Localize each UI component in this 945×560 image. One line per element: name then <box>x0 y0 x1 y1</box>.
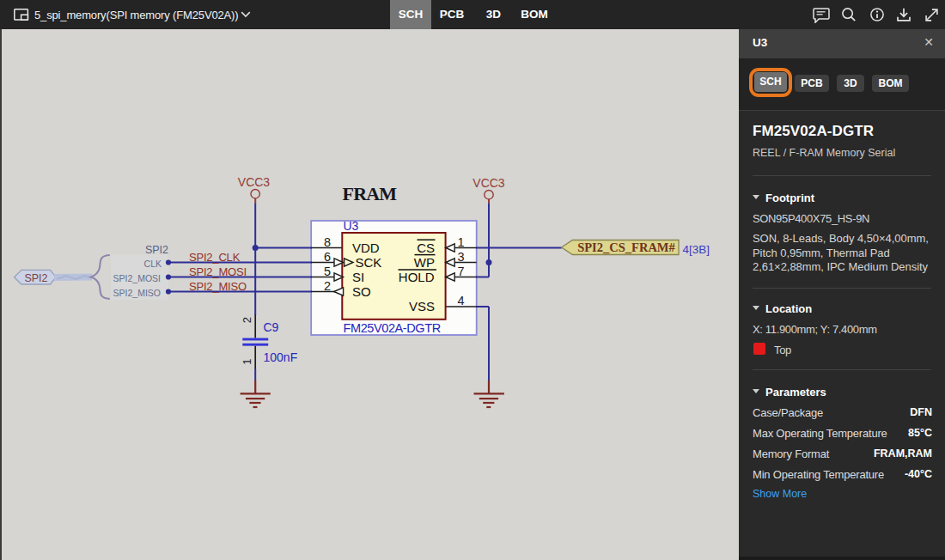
svg-text:2: 2 <box>324 279 331 293</box>
svg-text:FM25V02A-DGTR: FM25V02A-DGTR <box>344 321 441 335</box>
svg-text:CS: CS <box>417 240 435 255</box>
svg-text:HOLD: HOLD <box>399 270 435 284</box>
svg-text:U3: U3 <box>344 219 359 233</box>
svg-text:SPI2_MISO: SPI2_MISO <box>113 288 161 298</box>
svg-text:VDD: VDD <box>352 240 380 255</box>
svg-text:WP: WP <box>414 255 435 270</box>
svg-text:SO: SO <box>352 284 371 299</box>
svg-text:1: 1 <box>458 235 465 249</box>
svg-text:4[3B]: 4[3B] <box>683 243 710 256</box>
svg-text:5: 5 <box>324 265 331 278</box>
svg-text:SI: SI <box>352 270 364 284</box>
svg-text:1: 1 <box>241 358 253 364</box>
svg-text:7: 7 <box>458 265 465 278</box>
svg-text:SPI2_MOSI: SPI2_MOSI <box>113 273 161 283</box>
svg-text:2: 2 <box>241 317 253 323</box>
svg-text:8: 8 <box>324 235 331 249</box>
svg-text:SPI2: SPI2 <box>24 272 47 284</box>
svg-text:6: 6 <box>324 250 331 264</box>
svg-text:SPI2: SPI2 <box>145 244 168 256</box>
svg-text:FRAM: FRAM <box>343 183 398 204</box>
svg-text:SCK: SCK <box>356 255 382 270</box>
svg-text:SPI2_MISO: SPI2_MISO <box>189 280 247 293</box>
svg-text:C9: C9 <box>264 320 279 334</box>
svg-text:VCC3: VCC3 <box>472 176 505 190</box>
svg-text:3: 3 <box>458 250 465 264</box>
svg-text:SPI2_CS_FRAM#: SPI2_CS_FRAM# <box>577 240 675 254</box>
svg-text:4: 4 <box>458 294 465 307</box>
svg-text:CLK: CLK <box>144 259 162 269</box>
svg-text:SPI2_CLK: SPI2_CLK <box>189 251 241 264</box>
svg-text:VSS: VSS <box>409 299 435 313</box>
svg-text:100nF: 100nF <box>264 350 298 364</box>
svg-text:VCC3: VCC3 <box>238 175 271 189</box>
svg-text:SPI2_MOSI: SPI2_MOSI <box>189 265 247 278</box>
